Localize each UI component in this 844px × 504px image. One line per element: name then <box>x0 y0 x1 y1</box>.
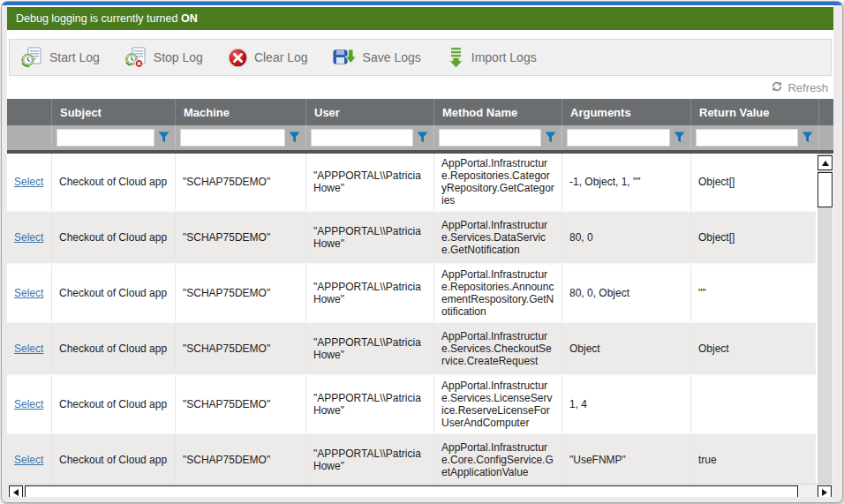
filter-cell-subject <box>52 125 176 150</box>
return-value-cell: Object[] <box>691 154 816 210</box>
right-arrow-icon <box>822 489 827 496</box>
method-value: AppPortal.Infrastructure.Core.ConfigServ… <box>441 441 554 478</box>
refresh-bar: Refresh <box>7 76 833 99</box>
table-row: Select Checkout of Cloud app "SCHAP75DEM… <box>7 376 816 433</box>
arguments-value: "UseFNMP" <box>569 454 626 466</box>
scroll-up-button[interactable] <box>818 155 833 170</box>
machine-value: "SCHAP75DEMO" <box>183 231 270 244</box>
funnel-icon[interactable] <box>802 132 814 144</box>
arguments-value: -1, Object, 1, "" <box>569 176 641 188</box>
user-value: "APPPORTAL\\PatriciaHowe" <box>313 448 426 472</box>
select-cell: Select <box>7 376 52 433</box>
table-row: Select Checkout of Cloud app "SCHAP75DEM… <box>7 433 816 484</box>
debug-status-banner: Debug logging is currently turned ON <box>7 7 833 30</box>
machine-value: "SCHAP75DEMO" <box>183 342 270 355</box>
user-value: "APPPORTAL\\PatriciaHowe" <box>313 169 426 194</box>
import-logs-icon <box>446 47 465 68</box>
funnel-icon[interactable] <box>545 132 557 144</box>
scroll-left-button[interactable] <box>9 485 23 497</box>
return-value: Object[] <box>698 231 735 244</box>
filter-input-user[interactable] <box>311 129 413 147</box>
table-row: Select Checkout of Cloud app "SCHAP75DEM… <box>7 154 816 210</box>
horizontal-scrollbar[interactable] <box>7 484 833 497</box>
return-value: Object <box>698 342 729 355</box>
import-logs-button[interactable]: Import Logs <box>446 47 537 68</box>
method-value: AppPortal.Infrastructure.Services.Checko… <box>441 330 554 367</box>
machine-value: "SCHAP75DEMO" <box>183 454 270 466</box>
scroll-right-button[interactable] <box>818 485 832 497</box>
banner-status: ON <box>181 12 198 25</box>
up-arrow-icon <box>822 161 829 166</box>
filter-cell-user <box>306 125 434 150</box>
filter-input-return-value[interactable] <box>696 129 798 147</box>
method-value: AppPortal.Infrastructure.Repositories.An… <box>441 268 554 318</box>
funnel-icon[interactable] <box>417 132 429 144</box>
clear-log-button[interactable]: Clear Log <box>228 48 308 68</box>
stop-log-button[interactable]: Stop Log <box>124 47 203 68</box>
return-value: "" <box>698 287 706 299</box>
select-link[interactable]: Select <box>14 398 43 410</box>
filter-input-method-name[interactable] <box>439 129 541 147</box>
subject-cell: Checkout of Cloud app <box>52 212 176 263</box>
banner-message: Debug logging is currently turned <box>16 12 177 25</box>
return-value-cell: Object <box>691 323 816 374</box>
start-log-button[interactable]: Start Log <box>20 47 100 68</box>
clear-log-icon <box>228 48 248 68</box>
subject-cell: Checkout of Cloud app <box>52 376 176 433</box>
machine-cell: "SCHAP75DEMO" <box>176 434 306 484</box>
method-cell: AppPortal.Infrastructure.Core.ConfigServ… <box>434 434 562 484</box>
grid-rows: Select Checkout of Cloud app "SCHAP75DEM… <box>7 154 816 484</box>
subject-value: Checkout of Cloud app <box>59 454 167 466</box>
user-cell: "APPPORTAL\\PatriciaHowe" <box>306 376 434 433</box>
return-value: Object[] <box>698 176 735 188</box>
machine-cell: "SCHAP75DEMO" <box>176 265 306 321</box>
user-cell: "APPPORTAL\\PatriciaHowe" <box>306 265 434 321</box>
subject-cell: Checkout of Cloud app <box>52 323 176 374</box>
filter-input-arguments[interactable] <box>567 129 670 147</box>
subject-value: Checkout of Cloud app <box>59 287 167 299</box>
funnel-icon[interactable] <box>674 132 686 144</box>
horizontal-scroll-thumb[interactable] <box>25 485 798 497</box>
method-cell: AppPortal.Infrastructure.Repositories.An… <box>434 265 562 321</box>
return-value: true <box>698 454 717 466</box>
filter-input-subject[interactable] <box>57 129 154 147</box>
funnel-icon[interactable] <box>289 132 301 144</box>
vertical-scroll-thumb[interactable] <box>818 172 833 207</box>
arguments-cell: "UseFNMP" <box>562 434 691 484</box>
log-toolbar: Start Log <box>9 39 832 76</box>
filter-input-machine[interactable] <box>180 129 285 147</box>
clear-log-label: Clear Log <box>254 50 308 64</box>
vertical-scrollbar[interactable] <box>818 154 833 484</box>
select-cell: Select <box>7 323 52 374</box>
subject-value: Checkout of Cloud app <box>59 231 167 244</box>
stop-log-label: Stop Log <box>154 50 203 64</box>
save-logs-button[interactable]: Save Logs <box>333 47 421 68</box>
select-link[interactable]: Select <box>14 342 43 355</box>
refresh-button[interactable]: Refresh <box>787 81 828 94</box>
user-value: "APPPORTAL\\PatriciaHowe" <box>313 225 426 250</box>
method-cell: AppPortal.Infrastructure.Services.Checko… <box>434 323 562 374</box>
select-link[interactable]: Select <box>14 287 43 299</box>
stop-log-icon <box>124 47 147 68</box>
method-value: AppPortal.Infrastructure.Services.Licens… <box>441 380 554 429</box>
user-cell: "APPPORTAL\\PatriciaHowe" <box>306 212 434 263</box>
debug-log-window: Debug logging is currently turned ON <box>1 1 843 503</box>
return-value-cell: true <box>691 434 816 484</box>
select-link[interactable]: Select <box>14 176 43 188</box>
header-arguments: Arguments <box>562 99 691 125</box>
filter-cell-method-name <box>434 125 562 150</box>
select-link[interactable]: Select <box>14 454 43 466</box>
user-value: "APPPORTAL\\PatriciaHowe" <box>313 392 426 417</box>
user-cell: "APPPORTAL\\PatriciaHowe" <box>306 154 434 210</box>
funnel-icon[interactable] <box>158 132 170 144</box>
machine-cell: "SCHAP75DEMO" <box>176 154 306 210</box>
header-select-column <box>7 99 52 125</box>
spacer <box>7 30 833 39</box>
table-row: Select Checkout of Cloud app "SCHAP75DEM… <box>7 210 816 265</box>
method-cell: AppPortal.Infrastructure.Services.DataSe… <box>434 212 562 263</box>
arguments-value: Object <box>569 342 600 355</box>
machine-value: "SCHAP75DEMO" <box>183 176 270 188</box>
return-value-cell: Object[] <box>691 212 816 263</box>
select-link[interactable]: Select <box>14 231 43 244</box>
save-logs-icon <box>333 47 357 68</box>
